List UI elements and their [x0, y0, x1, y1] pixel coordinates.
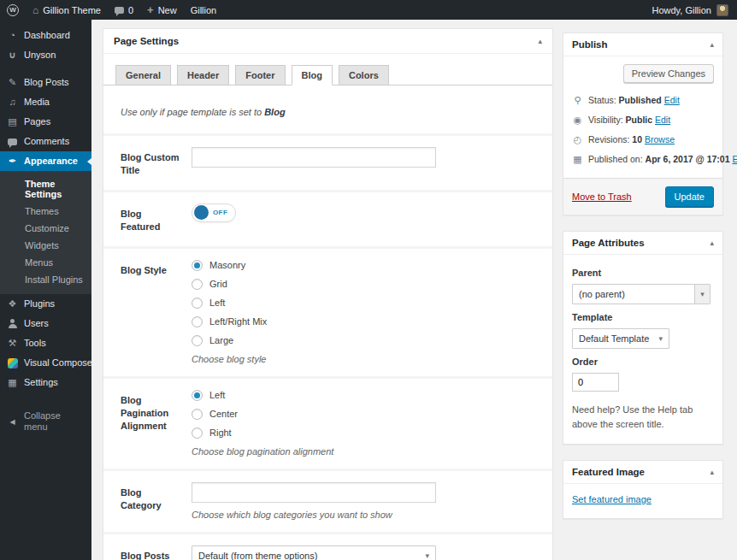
update-button[interactable]: Update — [665, 186, 714, 207]
sidebar-item-label: Tools — [24, 338, 46, 349]
radio-label: Left — [209, 390, 225, 400]
radio-label: Left/Right Mix — [209, 316, 267, 327]
plugins-icon: ❖ — [7, 298, 18, 309]
sidebar-item-comments[interactable]: Comments — [0, 132, 91, 151]
page-attributes-collapse-icon[interactable]: ▴ — [710, 239, 714, 247]
published-on-value: Apr 6, 2017 @ 17:01 — [646, 154, 730, 164]
radio-label: Grid — [209, 279, 227, 289]
submenu-item-menus[interactable]: Menus — [0, 254, 91, 271]
status-edit-link[interactable]: Edit — [664, 95, 680, 105]
sidebar-item-label: Unyson — [24, 50, 56, 61]
select-value: Default Template — [579, 333, 649, 344]
account-menu[interactable]: Howdy, Gillion — [644, 4, 737, 16]
sidebar-item-media[interactable]: ♫ Media — [0, 92, 91, 112]
sidebar-separator — [0, 65, 91, 73]
sidebar-item-unyson[interactable]: ∪ Unyson — [0, 45, 91, 65]
panel-title: Page Settings — [114, 36, 179, 46]
submenu-item-theme-settings[interactable]: Theme Settings — [0, 175, 91, 203]
blog-category-input[interactable] — [192, 482, 436, 503]
blog-featured-toggle[interactable]: OFF — [192, 203, 236, 222]
radio-label: Left — [209, 298, 225, 308]
sidebar-item-label: Collapse menu — [24, 410, 85, 433]
status-label: Status: — [588, 95, 616, 105]
sidebar-item-dashboard[interactable]: ◔ Dashboard — [0, 26, 91, 45]
submenu-item-customize[interactable]: Customize — [0, 220, 91, 237]
radio-pagination-center[interactable]: Center — [192, 409, 535, 420]
publish-header: Publish ▴ — [563, 33, 722, 56]
publish-collapse-icon[interactable]: ▴ — [710, 40, 714, 49]
radio-pagination-left[interactable]: Left — [192, 390, 535, 401]
tab-footer[interactable]: Footer — [235, 65, 285, 85]
published-on-edit-link[interactable]: Edit — [732, 154, 737, 164]
radio-left-right-mix[interactable]: Left/Right Mix — [192, 316, 535, 327]
page-attributes-title: Page Attributes — [572, 238, 645, 248]
sidebar-item-tools[interactable]: ⚒ Tools — [0, 333, 91, 353]
sidebar-item-users[interactable]: Users — [0, 314, 91, 333]
template-select[interactable]: Default Template ▾ — [572, 328, 669, 349]
note-bold-text: Blog — [264, 107, 285, 117]
blog-posts-per-page-select[interactable]: Default (from theme options) ▾ — [192, 545, 436, 560]
sidebar-item-blog-posts[interactable]: ✎ Blog Posts — [0, 73, 91, 92]
wordpress-menu[interactable]: W — [0, 0, 26, 20]
comments-shortcut[interactable]: 0 — [108, 0, 140, 20]
revisions-label: Revisions: — [588, 134, 629, 144]
radio-masonry[interactable]: Masonry — [192, 260, 535, 271]
visibility-label: Visibility: — [588, 115, 623, 125]
select-value: Default (from theme options) — [198, 551, 317, 560]
toggle-knob — [194, 205, 209, 220]
radio-icon — [192, 427, 203, 439]
sidebar-spacer — [0, 20, 91, 26]
preview-changes-button[interactable]: Preview Changes — [623, 64, 714, 83]
blog-pagination-row: Blog Pagination Alignment Left Center Ri… — [103, 376, 552, 469]
blog-custom-title-input[interactable] — [192, 147, 436, 168]
order-input[interactable] — [572, 373, 619, 392]
status-pin-icon: ⚲ — [572, 95, 583, 106]
new-content-menu[interactable]: + New — [140, 0, 184, 20]
submenu-item-widgets[interactable]: Widgets — [0, 237, 91, 254]
submenu-item-themes[interactable]: Themes — [0, 203, 91, 220]
tab-colors[interactable]: Colors — [339, 65, 389, 85]
sidebar-item-settings[interactable]: ▦ Settings — [0, 373, 91, 392]
blog-custom-title-row: Blog Custom Title — [103, 133, 552, 190]
parent-select[interactable]: (no parent) ▾ — [572, 284, 710, 304]
set-featured-image-link[interactable]: Set featured image — [572, 494, 652, 504]
radio-left[interactable]: Left — [192, 298, 535, 309]
sidebar-item-pages[interactable]: ▤ Pages — [0, 112, 91, 132]
sidebar-item-visual-composer[interactable]: Visual Composer — [0, 353, 91, 373]
blog-style-help: Choose blog style — [192, 354, 535, 364]
sidebar-item-label: Pages — [24, 116, 50, 127]
blog-pagination-help: Choose blog pagination alignment — [192, 446, 535, 457]
panel-collapse-icon[interactable]: ▴ — [538, 37, 542, 45]
appearance-submenu: Theme Settings Themes Customize Widgets … — [0, 171, 91, 294]
radio-icon — [192, 279, 203, 290]
sidebar-item-plugins[interactable]: ❖ Plugins — [0, 294, 91, 314]
wordpress-logo-icon: W — [7, 4, 19, 16]
sidebar-item-label: Plugins — [24, 298, 55, 309]
submenu-item-install-plugins[interactable]: Install Plugins — [0, 271, 91, 288]
radio-pagination-right[interactable]: Right — [192, 427, 535, 439]
featured-image-collapse-icon[interactable]: ▴ — [710, 468, 714, 476]
blog-category-row: Blog Category Choose which blog categori… — [103, 469, 552, 532]
pages-icon: ▤ — [7, 116, 18, 127]
visibility-edit-link[interactable]: Edit — [655, 115, 670, 125]
featured-image-title: Featured Image — [572, 467, 645, 477]
radio-icon — [192, 260, 203, 271]
admin-sidebar: ◔ Dashboard ∪ Unyson ✎ Blog Posts ♫ Medi… — [0, 20, 91, 560]
site-name-link[interactable]: ⌂ Gillion Theme — [26, 0, 108, 20]
blog-posts-per-page-label: Blog Posts Per Page — [121, 545, 180, 560]
collapse-menu-button[interactable]: ◀ Collapse menu — [0, 406, 91, 437]
blog-pagination-label: Blog Pagination Alignment — [121, 390, 180, 457]
tab-general[interactable]: General — [115, 65, 171, 85]
tab-header[interactable]: Header — [177, 65, 229, 85]
tab-blog[interactable]: Blog — [292, 65, 333, 85]
revisions-browse-link[interactable]: Browse — [645, 134, 675, 144]
sidebar-item-appearance[interactable]: ✒ Appearance — [0, 151, 91, 171]
sidebar-item-label: Settings — [24, 377, 58, 388]
user-avatar — [716, 4, 728, 16]
home-icon: ⌂ — [32, 4, 38, 16]
chevron-down-icon: ▾ — [658, 334, 663, 343]
radio-grid[interactable]: Grid — [192, 279, 535, 290]
radio-large[interactable]: Large — [192, 335, 535, 346]
move-to-trash-link[interactable]: Move to Trash — [572, 192, 632, 202]
edit-page-link[interactable]: Gillion — [184, 0, 224, 20]
